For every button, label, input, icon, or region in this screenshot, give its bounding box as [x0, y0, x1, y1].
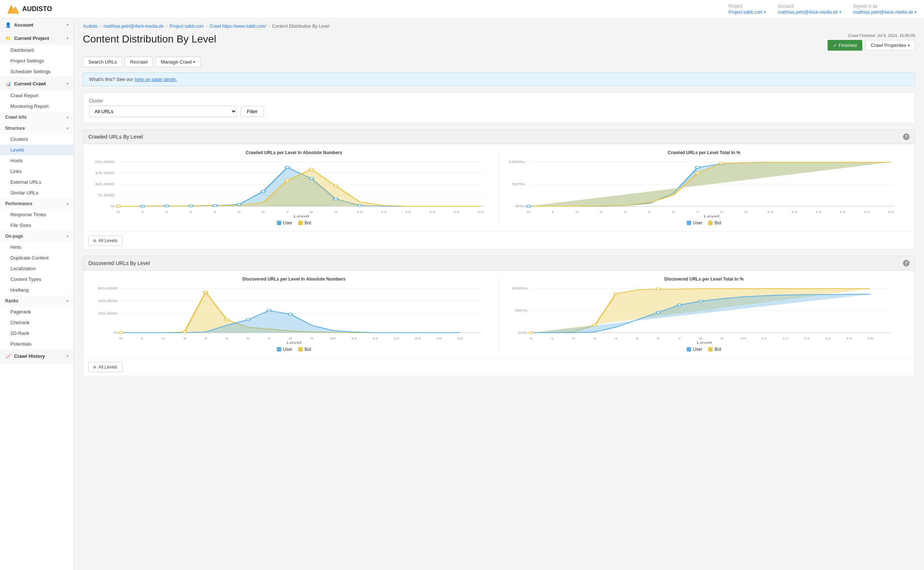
svg-text:4: 4 — [204, 337, 207, 340]
discovered-help-icon[interactable]: ? — [903, 260, 910, 267]
discovered-abs-chart-wrap: 60,000 40,000 20,000 0 — [89, 285, 499, 344]
svg-text:7: 7 — [678, 337, 681, 340]
sidebar-item-cheirank[interactable]: Cheirank — [0, 317, 73, 328]
sidebar-section-account: 👤 Account ▾ — [0, 18, 73, 32]
legend-bot-discovered-abs: Bot — [298, 347, 311, 352]
svg-point-15 — [164, 205, 169, 207]
sidebar-header-crawl-history[interactable]: 📈 Crawl History ▾ — [0, 350, 73, 363]
svg-point-16 — [188, 205, 193, 207]
sidebar-item-project-settings[interactable]: Project Settings — [0, 55, 73, 66]
svg-text:13: 13 — [393, 337, 399, 340]
legend-user-discovered-pct: User — [687, 347, 702, 352]
sidebar-item-content-types[interactable]: Content Types — [0, 274, 73, 285]
search-urls-button[interactable]: Search URLs — [83, 57, 122, 67]
manage-crawl-button[interactable]: Manage Crawl — [155, 57, 201, 67]
sidebar-item-hints[interactable]: Hints — [0, 242, 73, 253]
info-bar-link[interactable]: help on page depth. — [135, 77, 177, 82]
svg-text:40,000: 40,000 — [98, 299, 118, 303]
recrawl-button[interactable]: Recrawl — [125, 57, 153, 67]
account-link[interactable]: matthias.petri@4eck-media.de — [778, 9, 841, 15]
sidebar-item-duplicate-content[interactable]: Duplicate Content — [0, 253, 73, 263]
crawled-section-header: Crawled URLs By Level ? — [83, 130, 915, 144]
breadcrumb-audisto[interactable]: Audisto — [83, 24, 98, 29]
sidebar-item-scheduler-settings[interactable]: Scheduler Settings — [0, 66, 73, 77]
svg-text:14: 14 — [414, 337, 421, 340]
svg-text:10: 10 — [766, 210, 773, 214]
svg-text:8: 8 — [720, 210, 723, 214]
sidebar-item-similar-urls[interactable]: Similar URLs — [0, 187, 73, 198]
sidebar-subheader-on-page[interactable]: On-page ▾ — [0, 231, 73, 242]
legend-dot-user — [277, 221, 281, 225]
on-page-label: On-page — [5, 234, 23, 239]
sidebar-item-clusters[interactable]: Clusters — [0, 134, 73, 144]
filter-button[interactable]: Filter — [241, 106, 264, 117]
sidebar-item-crawl-report[interactable]: Crawl Report — [0, 90, 73, 101]
sidebar-item-levels[interactable]: Levels — [0, 144, 73, 155]
svg-text:Level: Level — [294, 215, 309, 218]
account-label: Account — [778, 4, 841, 9]
sidebar-subheader-crawl-info[interactable]: Crawl Info ▾ — [0, 112, 73, 123]
finished-button[interactable]: ✓ Finished — [828, 40, 862, 51]
project-info: Project Project tutkit.com — [728, 4, 766, 15]
svg-point-53 — [695, 166, 700, 169]
svg-text:3: 3 — [183, 337, 186, 340]
svg-text:1: 1 — [551, 337, 554, 340]
discovered-section-header: Discovered URLs By Level ? — [83, 256, 915, 271]
svg-text:10: 10 — [740, 337, 746, 340]
crawled-pct-svg: 100% 50% 0% — [499, 158, 909, 218]
svg-text:9: 9 — [744, 210, 747, 214]
crawl-finished-label: Crawl Finished: Jul 8, 2024, 16:06:05 — [828, 33, 915, 38]
sidebar-item-links[interactable]: Links — [0, 166, 73, 177]
sidebar-item-hreflang[interactable]: Hreflang — [0, 285, 73, 295]
crawled-help-icon[interactable]: ? — [903, 133, 910, 140]
crawl-history-chevron: ▾ — [67, 354, 68, 358]
svg-text:2: 2 — [165, 210, 168, 214]
svg-point-17 — [213, 204, 217, 207]
sidebar-subheader-ranks[interactable]: Ranks ▾ — [0, 295, 73, 306]
breadcrumb-project[interactable]: Project tutkit.com — [170, 24, 203, 29]
sidebar-crawl-history-label: Crawl History — [14, 353, 45, 359]
sidebar-item-pagerank[interactable]: Pagerank — [0, 306, 73, 317]
svg-text:Level: Level — [286, 341, 301, 344]
svg-text:16: 16 — [457, 337, 463, 340]
sidebar-header-account[interactable]: 👤 Account ▾ — [0, 18, 73, 31]
sidebar-item-hosts[interactable]: Hosts — [0, 155, 73, 166]
sidebar-item-response-times[interactable]: Response Times — [0, 209, 73, 220]
discovered-pct-legend: User Bot — [687, 347, 721, 352]
filter-row: All URLs Filter — [89, 106, 909, 117]
svg-point-55 — [695, 172, 700, 174]
sidebar-item-localization[interactable]: Localization — [0, 263, 73, 274]
sidebar-item-2d-rank[interactable]: 2D-Rank — [0, 328, 73, 339]
sidebar-section-current-project: 📁 Current Project ▾ Dashboard Project Se… — [0, 32, 73, 77]
svg-text:5: 5 — [225, 337, 228, 340]
sidebar-header-current-project[interactable]: 📁 Current Project ▾ — [0, 32, 73, 45]
breadcrumb-current: Content Distribution By Level — [272, 24, 329, 29]
sidebar-subheader-performance[interactable]: Performance ▾ — [0, 198, 73, 209]
svg-text:0%: 0% — [518, 331, 528, 334]
crawled-section-title: Crawled URLs By Level — [88, 134, 143, 140]
svg-text:0: 0 — [527, 210, 530, 214]
sidebar-item-dashboard[interactable]: Dashboard — [0, 45, 73, 55]
legend-label-bot-disc-pct: Bot — [714, 347, 721, 352]
svg-text:11: 11 — [381, 210, 387, 214]
breadcrumb-account[interactable]: matthias.petri@4eck-media.de — [104, 24, 164, 29]
sidebar-subheader-structure[interactable]: Structure ▾ — [0, 123, 73, 134]
breadcrumb-crawl[interactable]: Crawl https://www.tutkit.com/ — [210, 24, 266, 29]
crawled-all-levels-button[interactable]: All Levels — [88, 236, 122, 246]
sidebar-item-monitoring-report[interactable]: Monitoring Report — [0, 101, 73, 112]
svg-text:3: 3 — [593, 337, 596, 340]
crawl-properties-button[interactable]: Crawl Properties — [865, 40, 915, 51]
sidebar-item-external-urls[interactable]: External URLs — [0, 177, 73, 187]
sidebar-item-potentials[interactable]: Potentials — [0, 339, 73, 349]
sidebar-header-current-crawl[interactable]: 📊 Current Crawl ▾ — [0, 77, 73, 90]
legend-dot-bot-disc-pct — [708, 347, 713, 351]
svg-point-26 — [309, 168, 314, 170]
svg-text:20,000: 20,000 — [98, 312, 118, 315]
sidebar-item-file-sizes[interactable]: File Sizes — [0, 220, 73, 231]
discovered-all-levels-button[interactable]: All Levels — [88, 362, 122, 372]
svg-point-20 — [285, 166, 289, 169]
crawl-info-label: Crawl Info — [5, 115, 27, 120]
project-link[interactable]: Project tutkit.com — [728, 9, 766, 15]
cluster-select[interactable]: All URLs — [89, 106, 237, 117]
signed-in-link[interactable]: matthias.petri@4eck-media.de — [853, 9, 916, 15]
